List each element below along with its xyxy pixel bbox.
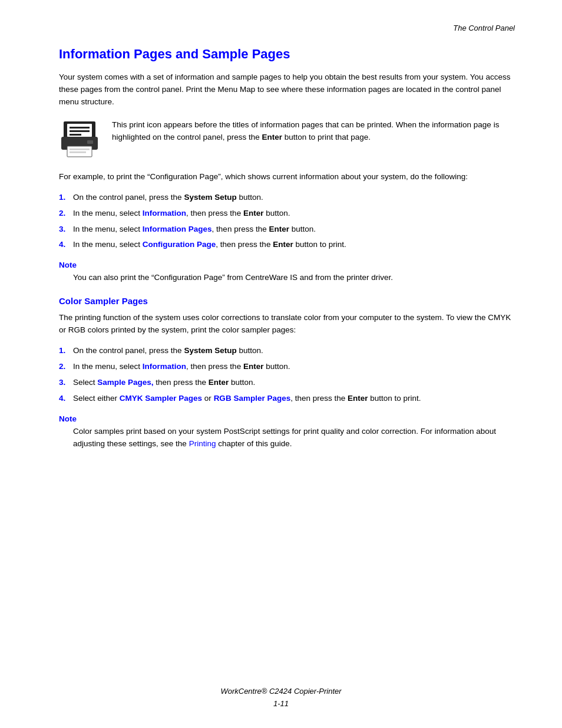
color-sampler-intro: The printing function of the system uses… (59, 312, 515, 337)
note-1-section: Note You can also print the “Configurati… (59, 261, 515, 284)
enter-bold-1: Enter (243, 209, 264, 218)
svg-rect-2 (70, 127, 90, 129)
step-2-4: Select either CMYK Sampler Pages or RGB … (59, 393, 515, 405)
enter-bold-4: Enter (243, 362, 264, 371)
note-1-body: You can also print the “Configuration Pa… (73, 272, 515, 284)
step-2-1: On the control panel, press the System S… (59, 345, 515, 357)
system-setup-bold-1: System Setup (184, 193, 236, 202)
footer-line-2: 1-11 (0, 698, 562, 710)
information-pages-link-1[interactable]: Information Pages (143, 225, 212, 233)
step-1-2: In the menu, select Information, then pr… (59, 207, 515, 220)
header-text: The Control Panel (453, 24, 515, 32)
step-2-3-content: Select Sample Pages, then press the Ente… (73, 377, 515, 389)
icon-enter-bold: Enter (262, 133, 282, 141)
enter-bold-6: Enter (348, 394, 368, 403)
information-link-2[interactable]: Information (143, 362, 186, 371)
icon-description: This print icon appears before the title… (112, 119, 515, 144)
rgb-sampler-link[interactable]: RGB Sampler Pages (214, 394, 291, 403)
configuration-page-link[interactable]: Configuration Page (143, 240, 216, 249)
color-sampler-title: Color Sampler Pages (59, 296, 515, 306)
step-1-1-content: On the control panel, press the System S… (73, 192, 515, 204)
note-2-text-after: chapter of this guide. (216, 439, 292, 448)
note-2-section: Note Color samples print based on your s… (59, 414, 515, 450)
svg-rect-4 (70, 134, 81, 136)
intro-paragraph: Your system comes with a set of informat… (59, 71, 515, 108)
step-1-4-content: In the menu, select Configuration Page, … (73, 239, 515, 251)
example-intro: For example, to print the “Configuration… (59, 171, 515, 183)
cmyk-sampler-link[interactable]: CMYK Sampler Pages (120, 394, 202, 403)
svg-rect-9 (87, 140, 93, 144)
svg-rect-3 (70, 130, 90, 132)
step-2-2: In the menu, select Information, then pr… (59, 361, 515, 373)
enter-bold-2: Enter (269, 225, 289, 233)
enter-bold-5: Enter (209, 378, 229, 387)
enter-bold-3: Enter (273, 240, 293, 249)
steps-list-1: On the control panel, press the System S… (59, 192, 515, 252)
steps-list-2: On the control panel, press the System S… (59, 345, 515, 405)
step-1-3-content: In the menu, select Information Pages, t… (73, 223, 515, 236)
svg-rect-7 (70, 149, 90, 150)
step-1-4: In the menu, select Configuration Page, … (59, 239, 515, 251)
step-1-2-content: In the menu, select Information, then pr… (73, 207, 515, 220)
step-2-3: Select Sample Pages, then press the Ente… (59, 377, 515, 389)
step-1-3: In the menu, select Information Pages, t… (59, 223, 515, 236)
footer: WorkCentre® C2424 Copier-Printer 1-11 (0, 686, 562, 710)
step-1-1: On the control panel, press the System S… (59, 192, 515, 204)
print-icon (59, 119, 100, 160)
note-2-body: Color samples print based on your system… (73, 426, 515, 450)
sample-pages-link[interactable]: Sample Pages, (97, 378, 153, 387)
system-setup-bold-2: System Setup (184, 346, 236, 355)
icon-box: This print icon appears before the title… (59, 119, 515, 160)
step-2-2-content: In the menu, select Information, then pr… (73, 361, 515, 373)
information-link-1[interactable]: Information (143, 209, 186, 218)
header-right: The Control Panel (59, 24, 515, 32)
step-2-4-content: Select either CMYK Sampler Pages or RGB … (73, 393, 515, 405)
icon-description-text: This print icon appears before the title… (112, 120, 499, 141)
main-title: Information Pages and Sample Pages (59, 47, 515, 62)
footer-line-1: WorkCentre® C2424 Copier-Printer (0, 686, 562, 698)
svg-rect-8 (70, 151, 86, 153)
step-2-1-content: On the control panel, press the System S… (73, 345, 515, 357)
note-2-label: Note (59, 414, 515, 423)
page-container: The Control Panel Information Pages and … (0, 0, 562, 728)
printing-link[interactable]: Printing (189, 439, 216, 448)
note-1-label: Note (59, 261, 515, 269)
